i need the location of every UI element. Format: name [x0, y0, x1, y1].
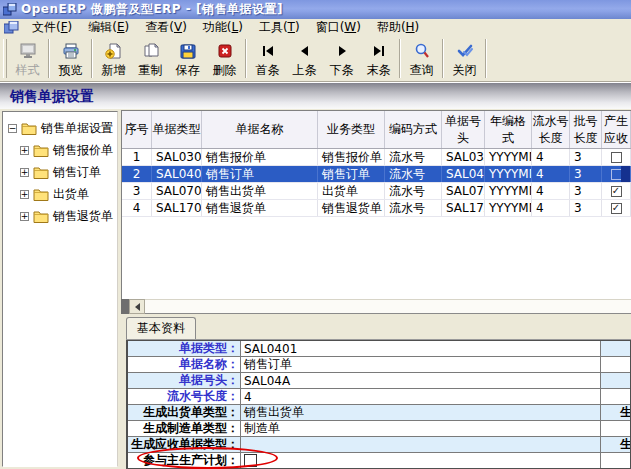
collapse-toggle-icon[interactable]: − [8, 124, 17, 133]
cell-name[interactable]: 销售退货单 [202, 200, 318, 216]
cell-head[interactable]: SAL07A [442, 183, 485, 199]
toolbar-button-new-doc[interactable]: 新增 [95, 36, 132, 81]
menu-W[interactable]: 窗口(W) [308, 19, 369, 35]
cell-head[interactable]: SAL17A [442, 200, 485, 216]
column-header-type[interactable]: 单据类型 [152, 111, 202, 148]
unchecked-checkbox-icon[interactable] [611, 169, 622, 180]
column-header-slen[interactable]: 流水号 长度 [532, 111, 570, 148]
unchecked-checkbox-icon[interactable] [611, 152, 622, 163]
cell-recv[interactable]: ✓ [602, 183, 631, 199]
tree-item-label[interactable]: 销售单据设置 [41, 120, 113, 137]
horizontal-scrollbar[interactable] [121, 299, 631, 314]
form-value[interactable]: SAL0401 [240, 341, 600, 356]
cell-seq[interactable]: 3 [122, 183, 152, 199]
tree-item-root[interactable]: −销售单据设置 [3, 117, 117, 139]
cell-blen[interactable]: 3 [570, 166, 602, 182]
toolbar-button-copy[interactable]: 重制 [132, 36, 169, 81]
cell-recv[interactable] [602, 166, 631, 182]
toolbar-button-last-record[interactable]: 末条 [360, 36, 397, 81]
cell-seq[interactable]: 4 [122, 200, 152, 216]
cell-slen[interactable]: 4 [532, 200, 570, 216]
cell-name[interactable]: 销售订单 [202, 166, 318, 182]
tree-item-label[interactable]: 销售退货单 [53, 208, 113, 225]
cell-slen[interactable]: 4 [532, 149, 570, 165]
form-value[interactable]: 销售订单 [240, 357, 600, 372]
table-row[interactable]: 4SAL1701销售退货单销售退货单流水号SAL17AYYYYMM43✓ [122, 200, 631, 217]
form-value[interactable] [240, 453, 600, 468]
tree-item-3[interactable]: +出货单 [3, 183, 117, 205]
cell-type[interactable]: SAL0401 [152, 166, 202, 182]
toolbar-grip[interactable] [3, 39, 7, 78]
menu-V[interactable]: 查看(V) [137, 19, 195, 35]
checked-checkbox-icon[interactable]: ✓ [611, 203, 622, 214]
cell-code[interactable]: 流水号 [385, 166, 442, 182]
cell-biz[interactable]: 销售订单 [318, 166, 385, 182]
table-row[interactable]: 1SAL0301销售报价单销售报价单流水号SAL03AYYYYMM43 [122, 149, 631, 166]
form-value[interactable]: 销售出货单 [240, 405, 600, 420]
cell-seq[interactable]: 2 [122, 166, 152, 182]
form-value[interactable]: 制造单 [240, 421, 600, 436]
column-header-blen[interactable]: 批号 长度 [570, 111, 602, 148]
child-window-icon[interactable] [4, 21, 19, 34]
cell-name[interactable]: 销售出货单 [202, 183, 318, 199]
cell-head[interactable]: SAL04A [442, 166, 485, 182]
menu-F[interactable]: 文件(F) [24, 19, 80, 35]
menu-L[interactable]: 功能(L) [195, 19, 251, 35]
toolbar-button-close[interactable]: 关闭 [446, 36, 483, 81]
cell-blen[interactable]: 3 [570, 149, 602, 165]
cell-blen[interactable]: 3 [570, 200, 602, 216]
cell-name[interactable]: 销售报价单 [202, 149, 318, 165]
form-value[interactable]: 4 [240, 389, 600, 404]
cell-biz[interactable]: 销售退货单 [318, 200, 385, 216]
tab-basic-info[interactable]: 基本资料 [126, 317, 196, 340]
expand-toggle-icon[interactable]: + [20, 168, 29, 177]
scroll-left-button[interactable] [129, 299, 145, 314]
cell-type[interactable]: SAL0701 [152, 183, 202, 199]
cell-type[interactable]: SAL1701 [152, 200, 202, 216]
expand-toggle-icon[interactable]: + [20, 190, 29, 199]
column-header-recv[interactable]: 产生 应收 [602, 111, 631, 148]
cell-yfmt[interactable]: YYYYMM [485, 183, 532, 199]
toolbar-button-next-record[interactable]: 下条 [323, 36, 360, 81]
column-header-biz[interactable]: 业务类型 [318, 111, 385, 148]
toolbar-button-printer[interactable]: 预览 [52, 36, 89, 81]
cell-recv[interactable]: ✓ [602, 200, 631, 216]
table-row[interactable]: 2SAL0401销售订单销售订单流水号SAL04AYYYYMM43 [122, 166, 631, 183]
expand-toggle-icon[interactable]: + [20, 146, 29, 155]
toolbar-button-save[interactable]: 保存 [169, 36, 206, 81]
menu-T[interactable]: 工具(T) [251, 19, 308, 35]
cell-biz[interactable]: 销售报价单 [318, 149, 385, 165]
cell-seq[interactable]: 1 [122, 149, 152, 165]
tree-item-1[interactable]: +销售报价单 [3, 139, 117, 161]
menu-E[interactable]: 编辑(E) [80, 19, 137, 35]
column-header-yfmt[interactable]: 年编格式 [485, 111, 532, 148]
form-value[interactable]: SAL04A [240, 373, 600, 388]
checked-checkbox-icon[interactable]: ✓ [611, 186, 622, 197]
cell-recv[interactable] [602, 149, 631, 165]
cell-code[interactable]: 流水号 [385, 200, 442, 216]
cell-biz[interactable]: 出货单 [318, 183, 385, 199]
cell-type[interactable]: SAL0301 [152, 149, 202, 165]
cell-code[interactable]: 流水号 [385, 183, 442, 199]
scrollbar-track[interactable] [145, 299, 631, 314]
column-header-name[interactable]: 单据名称 [202, 111, 318, 148]
cell-head[interactable]: SAL03A [442, 149, 485, 165]
cell-yfmt[interactable]: YYYYMM [485, 200, 532, 216]
tree-item-4[interactable]: +销售退货单 [3, 205, 117, 227]
tree-item-label[interactable]: 出货单 [53, 186, 89, 203]
cell-yfmt[interactable]: YYYYMM [485, 149, 532, 165]
expand-toggle-icon[interactable]: + [20, 212, 29, 221]
cell-blen[interactable]: 3 [570, 183, 602, 199]
tree-item-2[interactable]: +销售订单 [3, 161, 117, 183]
cell-slen[interactable]: 4 [532, 166, 570, 182]
tree-item-label[interactable]: 销售报价单 [53, 142, 113, 159]
column-header-head[interactable]: 单据号头 [442, 111, 485, 148]
cell-yfmt[interactable]: YYYYMM [485, 166, 532, 182]
tree-item-label[interactable]: 销售订单 [53, 164, 101, 181]
toolbar-button-first-record[interactable]: 首条 [249, 36, 286, 81]
toolbar-button-delete[interactable]: 删除 [206, 36, 243, 81]
column-header-seq[interactable]: 序号 [122, 111, 152, 148]
toolbar-button-search[interactable]: 查询 [403, 36, 440, 81]
unchecked-checkbox-icon[interactable] [244, 454, 257, 467]
cell-code[interactable]: 流水号 [385, 149, 442, 165]
